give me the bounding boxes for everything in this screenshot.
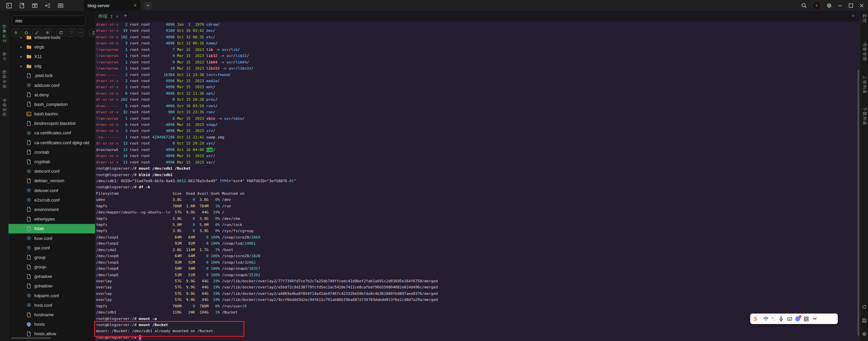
- terminal-tab-close-icon[interactable]: ×: [116, 14, 118, 19]
- chevron-right-icon[interactable]: ▸: [20, 55, 26, 58]
- terminal-text-segment: root@blogserver:/#: [96, 173, 139, 177]
- ime-skin-icon[interactable]: [795, 316, 800, 321]
- file-item[interactable]: hdparm.conf: [8, 291, 95, 300]
- terminal-line: drwxrwxrwt 13 root root 4096 Oct 16 04:0…: [96, 147, 860, 153]
- file-item[interactable]: gshadow: [8, 272, 95, 281]
- tab-dropdown-button[interactable]: [144, 2, 152, 9]
- file-item[interactable]: debian_version: [8, 176, 95, 186]
- file-item[interactable]: hosts: [8, 320, 95, 329]
- file-item[interactable]: group: [8, 252, 95, 262]
- file-item[interactable]: crontab: [8, 147, 95, 157]
- settings-gear-icon[interactable]: [862, 331, 867, 337]
- file-item[interactable]: bash_completion: [8, 99, 95, 109]
- vertical-scrollbar[interactable]: [857, 70, 859, 336]
- file-item[interactable]: adduser.conf: [8, 80, 95, 90]
- terminal-text-segment: %: [218, 197, 222, 202]
- keyboard-icon[interactable]: [787, 316, 792, 322]
- file-name: group-: [34, 264, 47, 269]
- left-rail-tab-1[interactable]: 小智: [2, 51, 7, 61]
- file-item[interactable]: fstab: [8, 224, 95, 233]
- right-rail-tab-2[interactable]: 上传列表: [862, 75, 867, 94]
- sogou-logo-icon[interactable]: S: [754, 315, 757, 323]
- file-item[interactable]: group-: [8, 262, 95, 272]
- file-item[interactable]: environment: [8, 205, 95, 214]
- save-icon[interactable]: [862, 318, 867, 323]
- collapse-sidebar-icon[interactable]: [45, 3, 51, 8]
- file-name: hostname: [34, 312, 54, 317]
- terminal-text-segment: 2: [121, 79, 128, 83]
- ime-punctuation-icon[interactable]: °,: [772, 317, 775, 321]
- terminal-text-segment: 57G: [172, 298, 182, 302]
- file-item[interactable]: e2scrub.conf: [8, 195, 95, 205]
- file-item[interactable]: gshadow-: [8, 281, 95, 291]
- terminal-line: /dev/loop0 64M 64M 0 100% /snap/core20/1…: [96, 253, 860, 259]
- close-button[interactable]: [859, 3, 865, 8]
- toolbox-grid-icon[interactable]: [804, 316, 809, 322]
- session-list-icon[interactable]: [58, 3, 63, 8]
- right-rail-tab-0[interactable]: 监控: [862, 14, 867, 23]
- terminal-text-segment: 202: [121, 97, 128, 102]
- new-terminal-tab-button[interactable]: +: [124, 13, 127, 19]
- tab-close-icon[interactable]: ×: [134, 3, 136, 8]
- file-name: host.conf: [34, 303, 52, 308]
- file-item[interactable]: gai.conf: [8, 243, 95, 252]
- new-file-icon[interactable]: [19, 3, 25, 8]
- ime-mascot-icon[interactable]: [812, 316, 817, 322]
- file-item[interactable]: bash.bashrc: [8, 109, 95, 119]
- file-item[interactable]: fuse.conf: [8, 233, 95, 243]
- file-item[interactable]: hostname: [8, 310, 95, 319]
- search-icon[interactable]: [801, 3, 807, 8]
- terminal-text-segment: tmp: [206, 148, 213, 152]
- terminal-text-segment: 3.9G: [172, 229, 182, 233]
- file-item[interactable]: deluser.conf: [8, 186, 95, 195]
- left-rail-tab-3[interactable]: 历史命令: [2, 97, 7, 116]
- terminal-text-segment: Mar 15 2023: [177, 154, 204, 158]
- chevron-right-icon[interactable]: ▸: [20, 45, 26, 49]
- file-item[interactable]: bindresvport.blacklist: [8, 119, 95, 128]
- file-item[interactable]: host.conf: [8, 300, 95, 310]
- terminal-text-segment: /run: [222, 204, 231, 208]
- terminal-text-segment: 2: [121, 73, 128, 77]
- terminal-text-segment: 24K: [184, 310, 195, 315]
- refresh-icon[interactable]: [862, 304, 867, 309]
- file-item[interactable]: ▸X11: [8, 52, 95, 61]
- avatar[interactable]: ♥: [812, 1, 821, 10]
- new-terminal-icon[interactable]: [6, 3, 12, 8]
- horizontal-scrollbar[interactable]: [11, 337, 51, 339]
- chevron-right-icon[interactable]: ▸: [20, 64, 26, 68]
- file-item[interactable]: at.deny: [8, 90, 95, 99]
- microphone-icon[interactable]: [778, 316, 784, 322]
- file-item[interactable]: ▸vtrgb: [8, 42, 95, 52]
- right-rail-tab-3[interactable]: 下载列表: [862, 107, 867, 126]
- maximize-button[interactable]: [848, 3, 854, 8]
- terminal-output[interactable]: drwxr-xr-x 2 root root 4096 Jan 1 1970 c…: [95, 22, 860, 341]
- terminal-text-segment: root root: [128, 48, 152, 52]
- ime-mode-chinese[interactable]: 中: [764, 316, 769, 322]
- gear-icon[interactable]: [826, 3, 832, 8]
- file-item[interactable]: ca-certificates.conf.dpkg-old: [8, 138, 95, 147]
- gear-file-icon: [26, 293, 32, 298]
- file-item[interactable]: .pwd.lock: [8, 71, 95, 80]
- file-item[interactable]: ▸xdg: [8, 61, 95, 71]
- file-item[interactable]: ethertypes: [8, 214, 95, 224]
- terminal-panel-close-icon[interactable]: ×: [852, 13, 854, 18]
- file-item[interactable]: ▸vmware-tools: [8, 33, 95, 42]
- terminal-text-segment: 100: [211, 254, 218, 258]
- minimize-button[interactable]: [837, 3, 843, 8]
- terminal-text-segment: [204, 104, 206, 108]
- left-rail-tab-2[interactable]: 命令管理: [2, 69, 7, 88]
- tab-blog-server[interactable]: blog-server ×: [84, 0, 141, 11]
- file-item[interactable]: ca-certificates.conf: [8, 128, 95, 138]
- file-item[interactable]: debconf.conf: [8, 167, 95, 176]
- terminal-text-segment: Mar 15 2023: [177, 54, 204, 58]
- terminal-text-segment: root root: [128, 129, 152, 133]
- path-input[interactable]: /etc: [12, 16, 86, 26]
- split-view-icon[interactable]: [32, 3, 38, 8]
- chevron-right-icon[interactable]: ▸: [20, 36, 26, 39]
- terminal-tab[interactable]: 终端 1 ×: [98, 11, 118, 22]
- file-item[interactable]: crypttab: [8, 157, 95, 166]
- terminal-text-segment: 0: [184, 229, 195, 233]
- terminal-text-segment: [208, 223, 211, 227]
- right-rail-tab-1[interactable]: 书签管理: [862, 42, 867, 61]
- left-rail-tab-0[interactable]: 文件管理: [2, 24, 7, 43]
